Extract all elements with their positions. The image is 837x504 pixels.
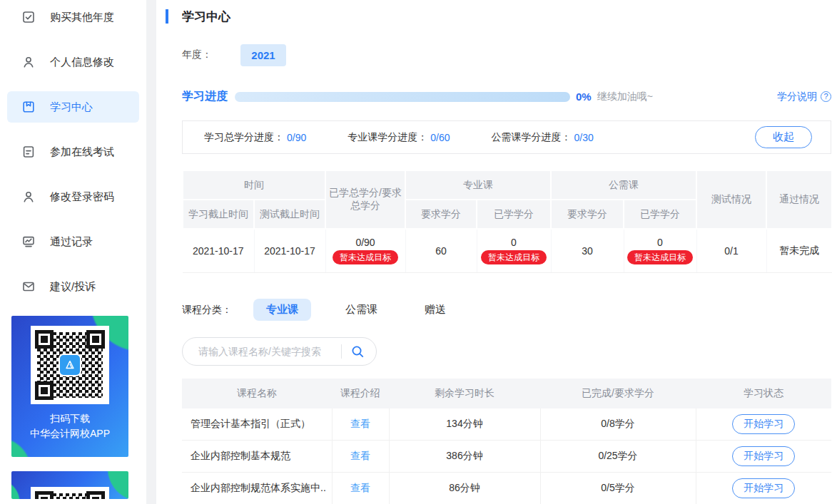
year-label: 年度： xyxy=(182,48,212,61)
course-table: 课程名称 课程介绍 剩余学习时长 已完成/要求学分 学习状态 管理会计基本指引（… xyxy=(182,379,831,504)
sidebar-item-profile-edit[interactable]: 个人信息修改 xyxy=(7,46,139,78)
view-link[interactable]: 查看 xyxy=(350,418,370,429)
banner-text: 扫码下载 中华会计网校APP xyxy=(11,411,128,441)
credits-progress: 0/25学分 xyxy=(540,441,696,473)
remaining-time: 386分钟 xyxy=(389,441,540,473)
exam-file-icon xyxy=(21,145,36,159)
summary-value: 0/30 xyxy=(574,132,594,143)
sidebar-item-label: 参加在线考试 xyxy=(50,145,114,159)
sidebar-item-label: 学习中心 xyxy=(50,101,93,114)
remaining-time: 134分钟 xyxy=(389,408,540,441)
public-required-cell: 30 xyxy=(551,229,624,272)
course-name: 企业内部控制规范体系实施中.. xyxy=(182,473,332,504)
sidebar-item-label: 建议/投诉 xyxy=(50,280,96,294)
course-row: 企业内部控制基本规范 查看 386分钟 0/25学分 开始学习 xyxy=(182,441,831,473)
view-link[interactable]: 查看 xyxy=(350,482,370,493)
remaining-time: 86分钟 xyxy=(389,473,540,504)
app-window: 购买其他年度 个人信息修改 学习中心 参加在线考试 修改登录密码 xyxy=(0,0,837,504)
sidebar-divider xyxy=(146,0,156,504)
col-total-credits: 已学总学分/要求总学分 xyxy=(325,170,405,229)
qr-code xyxy=(31,326,109,404)
test-status-cell: 0/1 xyxy=(696,229,766,272)
study-deadline-cell: 2021-10-17 xyxy=(183,229,254,272)
tab-major-courses[interactable]: 专业课 xyxy=(253,299,311,321)
not-achieved-badge: 暂未达成目标 xyxy=(333,250,398,264)
col-course-name: 课程名称 xyxy=(182,379,332,408)
sidebar: 购买其他年度 个人信息修改 学习中心 参加在线考试 修改登录密码 xyxy=(0,0,146,504)
course-search-box xyxy=(182,337,377,366)
tab-gift-courses[interactable]: 赠送 xyxy=(412,299,459,321)
course-row: 企业内部控制规范体系实施中.. 查看 86分钟 0/5学分 开始学习 xyxy=(182,473,831,504)
page-title: 学习中心 xyxy=(182,9,230,25)
sidebar-item-suggestions[interactable]: 建议/投诉 xyxy=(7,271,139,302)
col-public-required: 要求学分 xyxy=(551,200,624,229)
course-category-row: 课程分类： 专业课 公需课 赠送 xyxy=(182,299,831,321)
sidebar-item-pass-records[interactable]: 通过记录 xyxy=(7,226,139,257)
start-study-button[interactable]: 开始学习 xyxy=(732,414,795,434)
title-accent-bar xyxy=(166,9,168,24)
sidebar-item-label: 个人信息修改 xyxy=(50,56,114,69)
not-achieved-badge: 暂未达成目标 xyxy=(627,250,693,264)
major-earned-cell: 0 暂未达成目标 xyxy=(477,229,551,272)
col-pass-status: 通过情况 xyxy=(766,170,832,229)
progress-table: 时间 已学总学分/要求总学分 专业课 公需课 测试情况 通过情况 学习截止时间 … xyxy=(182,170,833,273)
summary-value: 0/90 xyxy=(287,132,306,143)
course-name: 管理会计基本指引（正式） xyxy=(182,408,332,441)
sidebar-item-label: 购买其他年度 xyxy=(50,11,114,24)
progress-table-row: 2021-10-17 2021-10-17 0/90 暂未达成目标 60 0 暂… xyxy=(183,229,832,272)
sidebar-item-change-password[interactable]: 修改登录密码 xyxy=(7,181,139,212)
sidebar-item-buy-other-years[interactable]: 购买其他年度 xyxy=(7,1,139,33)
col-group-public: 公需课 xyxy=(551,170,696,200)
person-icon xyxy=(21,190,36,204)
credits-progress: 0/5学分 xyxy=(540,473,696,504)
app-download-banner[interactable]: 扫码下载 中华会计网校APP xyxy=(11,316,128,457)
progress-message: 继续加油哦~ xyxy=(597,91,653,103)
sidebar-item-study-center[interactable]: 学习中心 xyxy=(7,91,139,123)
second-banner[interactable] xyxy=(11,471,128,499)
year-selector-row: 年度： 2021 xyxy=(182,43,831,66)
view-link[interactable]: 查看 xyxy=(350,450,370,461)
summary-major-progress: 专业课学分进度： 0/60 xyxy=(348,131,450,144)
major-required-cell: 60 xyxy=(405,229,477,272)
col-test-status: 测试情况 xyxy=(696,170,766,229)
search-icon[interactable] xyxy=(350,344,365,359)
sidebar-item-label: 通过记录 xyxy=(50,235,93,249)
person-icon xyxy=(21,55,36,69)
progress-row: 学习进度 0% 继续加油哦~ 学分说明 ? xyxy=(182,89,831,104)
summary-public-progress: 公需课学分进度： 0/30 xyxy=(492,131,594,144)
col-credits: 已完成/要求学分 xyxy=(540,379,696,408)
col-study-status: 学习状态 xyxy=(696,379,831,408)
app-logo-icon xyxy=(59,354,81,376)
search-divider xyxy=(341,344,342,359)
col-public-earned: 已学学分 xyxy=(624,200,696,229)
pass-status-cell: 暂未完成 xyxy=(766,229,832,272)
start-study-button[interactable]: 开始学习 xyxy=(732,478,795,498)
col-remaining-time: 剩余学习时长 xyxy=(389,379,540,408)
total-credits-cell: 0/90 暂未达成目标 xyxy=(325,229,405,272)
col-major-required: 要求学分 xyxy=(405,200,477,229)
progress-title: 学习进度 xyxy=(182,89,228,104)
summary-total-progress: 学习总学分进度： 0/90 xyxy=(204,131,306,144)
help-question-icon[interactable]: ? xyxy=(821,91,831,102)
sidebar-item-label: 修改登录密码 xyxy=(50,190,114,204)
col-course-intro: 课程介绍 xyxy=(332,379,389,408)
main-content: 学习中心 年度： 2021 学习进度 0% 继续加油哦~ 学分说明 ? xyxy=(156,0,837,504)
search-input[interactable] xyxy=(198,346,337,357)
course-name: 企业内部控制基本规范 xyxy=(182,441,332,473)
course-row: 管理会计基本指引（正式） 查看 134分钟 0/8学分 开始学习 xyxy=(182,408,831,441)
course-category-label: 课程分类： xyxy=(182,304,232,317)
progress-bar xyxy=(235,92,570,102)
test-deadline-cell: 2021-10-17 xyxy=(254,229,325,272)
public-earned-cell: 0 暂未达成目标 xyxy=(624,229,696,272)
collapse-button[interactable]: 收起 xyxy=(755,126,812,148)
col-study-deadline: 学习截止时间 xyxy=(183,200,254,229)
sidebar-item-online-exam[interactable]: 参加在线考试 xyxy=(7,136,139,168)
year-chip-2021[interactable]: 2021 xyxy=(240,44,286,66)
tab-public-courses[interactable]: 公需课 xyxy=(333,299,390,321)
col-group-time: 时间 xyxy=(183,170,325,200)
col-test-deadline: 测试截止时间 xyxy=(254,200,325,229)
progress-percent: 0% xyxy=(576,91,592,103)
credit-explanation-link[interactable]: 学分说明 ? xyxy=(777,91,831,103)
start-study-button[interactable]: 开始学习 xyxy=(732,446,795,466)
mail-icon xyxy=(21,279,36,294)
